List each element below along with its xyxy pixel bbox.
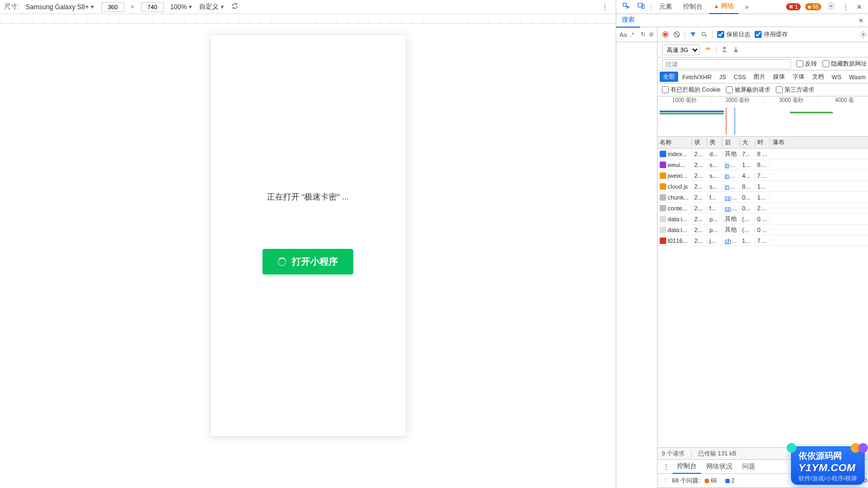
svg-point-8: [862, 34, 864, 35]
download-icon[interactable]: [732, 46, 739, 54]
phone-viewport: 正在打开 “极速卡密” ... 打开小程序: [210, 35, 406, 436]
kebab-icon[interactable]: ⋮: [598, 3, 611, 11]
filter-type[interactable]: WS: [828, 73, 845, 81]
chevron-down-icon: ▼: [220, 4, 225, 10]
chevron-down-icon: ▼: [188, 4, 193, 10]
invert-checkbox[interactable]: 反转: [796, 60, 817, 68]
wifi-icon[interactable]: [704, 45, 712, 54]
col-initiator[interactable]: 启: [723, 138, 740, 146]
tab-elements[interactable]: 元素: [655, 0, 676, 14]
error-badge[interactable]: ✖ 1: [786, 3, 801, 10]
requests-header: 名称 状 类 启 大 时 瀑布: [658, 137, 868, 149]
table-row[interactable]: weui... 2... s... ind... 1... 81...: [658, 159, 868, 170]
col-size[interactable]: 大: [740, 138, 755, 146]
tab-more[interactable]: »: [741, 1, 753, 13]
search-bar: 搜索 ✕: [616, 14, 868, 27]
clear-icon[interactable]: [673, 31, 680, 38]
svg-point-5: [664, 33, 667, 36]
device-select[interactable]: Samsung Galaxy S8+ ▼: [25, 3, 94, 11]
throttle-select[interactable]: 高速 3G: [662, 44, 700, 55]
match-case-icon[interactable]: Aa: [620, 31, 627, 38]
filter-type[interactable]: CSS: [730, 73, 749, 81]
chevron-down-icon: ▼: [90, 4, 95, 10]
stage: 正在打开 “极速卡密” ... 打开小程序: [0, 24, 616, 488]
device-mode-icon[interactable]: [635, 1, 648, 12]
kebab-icon[interactable]: ⋮: [661, 477, 671, 484]
filter-input[interactable]: [662, 59, 791, 69]
filter-type[interactable]: 字体: [789, 72, 808, 82]
clear-icon[interactable]: ⊘: [649, 31, 654, 38]
filter-type[interactable]: Fetch/XHR: [679, 73, 715, 81]
drawer-tab-console[interactable]: 控制台: [673, 459, 701, 474]
custom-select[interactable]: 自定义 ▼: [199, 2, 225, 11]
spinner-icon: [278, 258, 286, 266]
table-row[interactable]: conte... 2... f... con... 0... 26...: [658, 203, 868, 214]
col-time[interactable]: 时: [755, 138, 770, 146]
kebab-icon[interactable]: ⋮: [840, 2, 852, 12]
table-row[interactable]: jweixi... 2... s... ind... 4... 72...: [658, 170, 868, 181]
request-count: 9 个请求: [662, 450, 685, 458]
tab-console[interactable]: 控制台: [679, 0, 707, 14]
tab-network[interactable]: ▲网络: [709, 0, 738, 14]
hide-data-checkbox[interactable]: 隐藏数据网址: [822, 60, 867, 68]
thirdparty-checkbox[interactable]: 第三方请求: [776, 86, 814, 94]
ruler: [0, 14, 616, 24]
filter-row: 反转 隐藏数据网址: [658, 57, 868, 70]
devtools: 元素 控制台 ▲网络 » ✖ 1 ■ 66 ⋮ ✕ 搜索 ✕ Aa .* ↻ ⊘: [616, 0, 868, 488]
size-label: 尺寸:: [4, 2, 19, 11]
table-row[interactable]: index... 2... d... 其他 7... 8 ...: [658, 149, 868, 159]
preserve-log-checkbox[interactable]: 保留日志: [717, 30, 750, 38]
filter-type[interactable]: 媒体: [770, 72, 788, 82]
filter-type[interactable]: 文档: [809, 72, 827, 82]
issues-label: 68 个问题:: [672, 477, 700, 485]
filter-type[interactable]: JS: [716, 73, 730, 81]
requests-list: index... 2... d... 其他 7... 8 ... weui...…: [658, 149, 868, 447]
network-toolbar: 保留日志 停用缓存: [658, 27, 868, 42]
drawer-tab-network[interactable]: 网络状况: [702, 460, 737, 473]
col-waterfall[interactable]: 瀑布: [770, 138, 868, 146]
record-icon[interactable]: [662, 31, 669, 38]
warn-badge[interactable]: ■ 66: [805, 3, 821, 10]
open-miniprogram-button[interactable]: 打开小程序: [263, 249, 353, 274]
inspect-icon[interactable]: [620, 1, 633, 12]
col-type[interactable]: 类: [707, 138, 723, 146]
search-icon[interactable]: [701, 31, 708, 38]
filter-type[interactable]: 图片: [750, 72, 769, 82]
hidden-req-checkbox[interactable]: 被屏蔽的请求: [726, 86, 770, 94]
cookies-row: 有已拦截的 Cookie 被屏蔽的请求 第三方请求: [658, 84, 868, 97]
gear-icon[interactable]: [860, 31, 867, 38]
info-chip[interactable]: 2: [723, 477, 737, 484]
watermark: 依依源码网 Y1YM.COM 软件/游戏/小程序/棋牌: [791, 446, 865, 485]
close-icon[interactable]: ✕: [854, 16, 868, 25]
col-status[interactable]: 状: [692, 138, 707, 146]
close-icon[interactable]: ✕: [854, 2, 865, 12]
upload-icon[interactable]: [721, 46, 728, 54]
drawer-tab-issues[interactable]: 问题: [738, 460, 760, 473]
dimension-x: ×: [131, 3, 135, 11]
table-row[interactable]: data:i... 2... p... 其他 (... 0 ...: [658, 214, 868, 224]
transfer-size: 已传输 131 kB: [698, 450, 736, 458]
table-row[interactable]: data:i... 2... p... 其他 (... 0 ...: [658, 224, 868, 235]
warn-chip[interactable]: 66: [702, 477, 719, 484]
filter-icon[interactable]: [690, 31, 697, 38]
device-toolbar: 尺寸: Samsung Galaxy S8+ ▼ × 100% ▼ 自定义 ▼ …: [0, 0, 616, 14]
search-tab[interactable]: 搜索: [616, 13, 640, 28]
kebab-icon[interactable]: ⋮: [661, 463, 672, 471]
regex-icon[interactable]: .*: [630, 31, 634, 38]
disable-cache-checkbox[interactable]: 停用缓存: [755, 30, 788, 38]
overview[interactable]: 1000 毫秒2000 毫秒3000 毫秒4000 毫: [658, 97, 868, 137]
filter-type[interactable]: 全部: [660, 72, 678, 82]
filter-type[interactable]: Wasm: [846, 73, 868, 81]
height-input[interactable]: [141, 2, 164, 12]
col-name[interactable]: 名称: [658, 138, 692, 146]
table-row[interactable]: cloud.js 2... s... ind... 8... 1...: [658, 181, 868, 192]
table-row[interactable]: chunk... 2... f... con... 0... 10...: [658, 192, 868, 203]
gear-icon[interactable]: [825, 1, 838, 12]
table-row[interactable]: t0116... 2... j... chu... 1... 71...: [658, 235, 868, 246]
refresh-icon[interactable]: ↻: [641, 31, 646, 38]
width-input[interactable]: [101, 2, 124, 12]
rotate-icon[interactable]: [231, 2, 239, 11]
throttle-row: 高速 3G: [658, 42, 868, 57]
blocked-cookie-checkbox[interactable]: 有已拦截的 Cookie: [662, 86, 720, 94]
zoom-select[interactable]: 100% ▼: [170, 3, 193, 11]
